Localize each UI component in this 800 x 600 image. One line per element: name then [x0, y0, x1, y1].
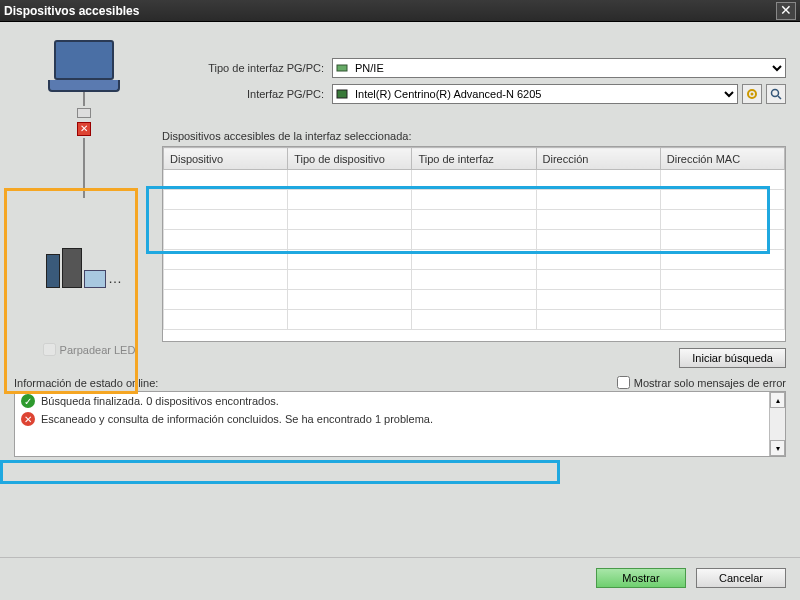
interface-select[interactable]: Intel(R) Centrino(R) Advanced-N 6205: [332, 84, 738, 104]
pn-ie-icon: [336, 62, 348, 74]
svg-point-4: [772, 90, 779, 97]
devices-table: Dispositivo Tipo de dispositivo Tipo de …: [162, 146, 786, 342]
svg-rect-1: [337, 90, 347, 98]
accessible-devices-dialog: Dispositivos accesibles ✕ ✕ …: [0, 0, 800, 600]
col-device-type[interactable]: Tipo de dispositivo: [288, 148, 412, 170]
status-message-error: ✕ Escaneado y consulta de información co…: [15, 410, 785, 428]
start-search-button[interactable]: Iniciar búsqueda: [679, 348, 786, 368]
table-row: [164, 250, 785, 270]
col-device[interactable]: Dispositivo: [164, 148, 288, 170]
scroll-down-icon[interactable]: ▾: [770, 440, 785, 456]
table-row: [164, 290, 785, 310]
svg-line-5: [778, 96, 781, 99]
interface-type-select[interactable]: PN/IE: [332, 58, 786, 78]
search-interface-icon[interactable]: [766, 84, 786, 104]
table-section-label: Dispositivos accesibles de la interfaz s…: [162, 130, 786, 142]
table-row: [164, 210, 785, 230]
scroll-up-icon[interactable]: ▴: [770, 392, 785, 408]
status-message-ok: ✓ Búsqueda finalizada. 0 dispositivos en…: [15, 392, 785, 410]
window-title: Dispositivos accesibles: [4, 4, 776, 18]
connection-error-icon: ✕: [77, 122, 91, 136]
interface-type-label: Tipo de interfaz PG/PC:: [162, 62, 332, 74]
col-interface-type[interactable]: Tipo de interfaz: [412, 148, 536, 170]
port-icon: [77, 108, 91, 118]
highlight-blue-status: [0, 460, 560, 484]
table-row: [164, 230, 785, 250]
table-row: [164, 170, 785, 190]
table-row: [164, 270, 785, 290]
laptop-icon: [48, 40, 120, 92]
table-row: [164, 310, 785, 330]
svg-rect-0: [337, 65, 347, 71]
titlebar: Dispositivos accesibles ✕: [0, 0, 800, 22]
show-errors-only-label: Mostrar solo mensajes de error: [634, 377, 786, 389]
table-header-row: Dispositivo Tipo de dispositivo Tipo de …: [164, 148, 785, 170]
status-text: Búsqueda finalizada. 0 dispositivos enco…: [41, 395, 279, 407]
interface-form: Tipo de interfaz PG/PC: PN/IE Interfaz P…: [162, 34, 786, 370]
configure-interface-icon[interactable]: [742, 84, 762, 104]
status-list: ✓ Búsqueda finalizada. 0 dispositivos en…: [14, 391, 786, 457]
check-icon: ✓: [21, 394, 35, 408]
svg-point-3: [751, 93, 754, 96]
show-errors-only-checkbox[interactable]: Mostrar solo mensajes de error: [617, 376, 786, 389]
dialog-body: ✕ … Parpadear LED Tipo de interfaz PG/PC…: [0, 22, 800, 557]
table-row: [164, 190, 785, 210]
show-button[interactable]: Mostrar: [596, 568, 686, 588]
close-icon[interactable]: ✕: [776, 2, 796, 20]
dialog-footer: Mostrar Cancelar: [0, 557, 800, 600]
status-text: Escaneado y consulta de información conc…: [41, 413, 433, 425]
highlight-orange-box: [4, 188, 138, 394]
col-address[interactable]: Dirección: [536, 148, 660, 170]
cancel-button[interactable]: Cancelar: [696, 568, 786, 588]
status-scrollbar[interactable]: ▴ ▾: [769, 392, 785, 456]
error-icon: ✕: [21, 412, 35, 426]
nic-icon: [336, 88, 348, 100]
interface-label: Interfaz PG/PC:: [162, 88, 332, 100]
col-mac[interactable]: Dirección MAC: [660, 148, 784, 170]
